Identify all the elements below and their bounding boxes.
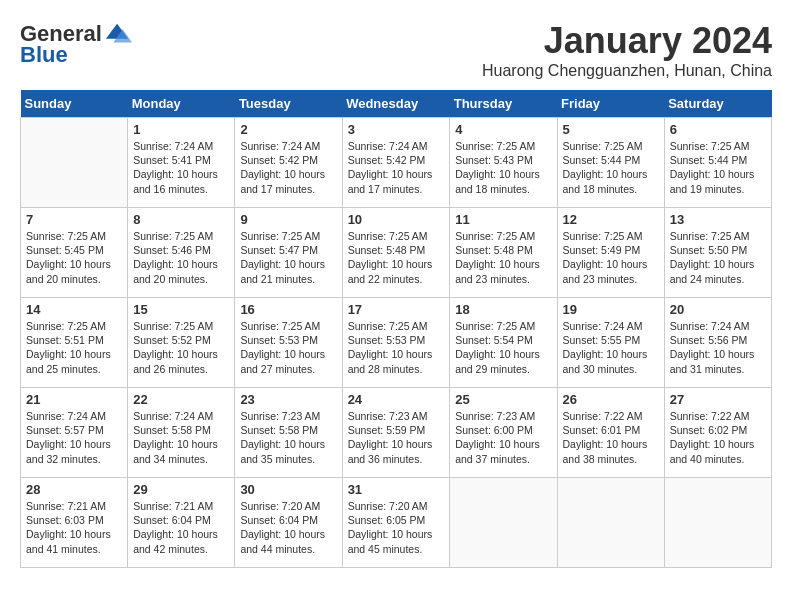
daylight-text: Daylight: 10 hours and 36 minutes. — [348, 438, 433, 464]
sunrise-text: Sunrise: 7:21 AM — [133, 500, 213, 512]
sunset-text: Sunset: 6:04 PM — [240, 514, 318, 526]
day-info: Sunrise: 7:25 AM Sunset: 5:46 PM Dayligh… — [133, 229, 229, 286]
header-wednesday: Wednesday — [342, 90, 450, 118]
day-info: Sunrise: 7:25 AM Sunset: 5:52 PM Dayligh… — [133, 319, 229, 376]
day-number: 4 — [455, 122, 551, 137]
day-number: 23 — [240, 392, 336, 407]
daylight-text: Daylight: 10 hours and 16 minutes. — [133, 168, 218, 194]
logo-blue: Blue — [20, 42, 68, 68]
table-row: 3 Sunrise: 7:24 AM Sunset: 5:42 PM Dayli… — [342, 118, 450, 208]
sunrise-text: Sunrise: 7:25 AM — [670, 140, 750, 152]
table-row: 24 Sunrise: 7:23 AM Sunset: 5:59 PM Dayl… — [342, 388, 450, 478]
sunset-text: Sunset: 5:46 PM — [133, 244, 211, 256]
table-row: 29 Sunrise: 7:21 AM Sunset: 6:04 PM Dayl… — [128, 478, 235, 568]
daylight-text: Daylight: 10 hours and 20 minutes. — [133, 258, 218, 284]
daylight-text: Daylight: 10 hours and 28 minutes. — [348, 348, 433, 374]
daylight-text: Daylight: 10 hours and 24 minutes. — [670, 258, 755, 284]
calendar-week-row: 21 Sunrise: 7:24 AM Sunset: 5:57 PM Dayl… — [21, 388, 772, 478]
sunrise-text: Sunrise: 7:25 AM — [26, 320, 106, 332]
day-info: Sunrise: 7:25 AM Sunset: 5:50 PM Dayligh… — [670, 229, 766, 286]
table-row: 7 Sunrise: 7:25 AM Sunset: 5:45 PM Dayli… — [21, 208, 128, 298]
sunrise-text: Sunrise: 7:25 AM — [240, 320, 320, 332]
daylight-text: Daylight: 10 hours and 31 minutes. — [670, 348, 755, 374]
day-info: Sunrise: 7:25 AM Sunset: 5:44 PM Dayligh… — [670, 139, 766, 196]
table-row: 14 Sunrise: 7:25 AM Sunset: 5:51 PM Dayl… — [21, 298, 128, 388]
day-info: Sunrise: 7:24 AM Sunset: 5:42 PM Dayligh… — [348, 139, 445, 196]
day-info: Sunrise: 7:25 AM Sunset: 5:47 PM Dayligh… — [240, 229, 336, 286]
day-info: Sunrise: 7:24 AM Sunset: 5:41 PM Dayligh… — [133, 139, 229, 196]
daylight-text: Daylight: 10 hours and 21 minutes. — [240, 258, 325, 284]
daylight-text: Daylight: 10 hours and 29 minutes. — [455, 348, 540, 374]
sunset-text: Sunset: 5:53 PM — [240, 334, 318, 346]
day-info: Sunrise: 7:25 AM Sunset: 5:48 PM Dayligh… — [455, 229, 551, 286]
table-row: 4 Sunrise: 7:25 AM Sunset: 5:43 PM Dayli… — [450, 118, 557, 208]
sunrise-text: Sunrise: 7:25 AM — [455, 230, 535, 242]
table-row: 18 Sunrise: 7:25 AM Sunset: 5:54 PM Dayl… — [450, 298, 557, 388]
daylight-text: Daylight: 10 hours and 35 minutes. — [240, 438, 325, 464]
sunrise-text: Sunrise: 7:25 AM — [26, 230, 106, 242]
logo-icon — [104, 20, 132, 48]
day-number: 10 — [348, 212, 445, 227]
table-row — [450, 478, 557, 568]
daylight-text: Daylight: 10 hours and 44 minutes. — [240, 528, 325, 554]
sunset-text: Sunset: 6:05 PM — [348, 514, 426, 526]
day-info: Sunrise: 7:24 AM Sunset: 5:58 PM Dayligh… — [133, 409, 229, 466]
day-number: 30 — [240, 482, 336, 497]
table-row: 26 Sunrise: 7:22 AM Sunset: 6:01 PM Dayl… — [557, 388, 664, 478]
table-row: 2 Sunrise: 7:24 AM Sunset: 5:42 PM Dayli… — [235, 118, 342, 208]
table-row: 23 Sunrise: 7:23 AM Sunset: 5:58 PM Dayl… — [235, 388, 342, 478]
day-number: 12 — [563, 212, 659, 227]
sunset-text: Sunset: 5:47 PM — [240, 244, 318, 256]
header-sunday: Sunday — [21, 90, 128, 118]
daylight-text: Daylight: 10 hours and 32 minutes. — [26, 438, 111, 464]
day-number: 9 — [240, 212, 336, 227]
day-number: 24 — [348, 392, 445, 407]
day-number: 1 — [133, 122, 229, 137]
day-info: Sunrise: 7:22 AM Sunset: 6:01 PM Dayligh… — [563, 409, 659, 466]
day-info: Sunrise: 7:25 AM Sunset: 5:53 PM Dayligh… — [348, 319, 445, 376]
day-number: 11 — [455, 212, 551, 227]
day-number: 27 — [670, 392, 766, 407]
sunrise-text: Sunrise: 7:24 AM — [133, 140, 213, 152]
sunrise-text: Sunrise: 7:25 AM — [240, 230, 320, 242]
day-number: 26 — [563, 392, 659, 407]
sunrise-text: Sunrise: 7:20 AM — [348, 500, 428, 512]
daylight-text: Daylight: 10 hours and 23 minutes. — [563, 258, 648, 284]
sunset-text: Sunset: 5:45 PM — [26, 244, 104, 256]
table-row: 25 Sunrise: 7:23 AM Sunset: 6:00 PM Dayl… — [450, 388, 557, 478]
table-row: 9 Sunrise: 7:25 AM Sunset: 5:47 PM Dayli… — [235, 208, 342, 298]
table-row — [664, 478, 771, 568]
day-number: 21 — [26, 392, 122, 407]
sunrise-text: Sunrise: 7:25 AM — [348, 230, 428, 242]
daylight-text: Daylight: 10 hours and 45 minutes. — [348, 528, 433, 554]
table-row: 22 Sunrise: 7:24 AM Sunset: 5:58 PM Dayl… — [128, 388, 235, 478]
sunset-text: Sunset: 6:04 PM — [133, 514, 211, 526]
sunset-text: Sunset: 5:52 PM — [133, 334, 211, 346]
sunrise-text: Sunrise: 7:25 AM — [670, 230, 750, 242]
sunset-text: Sunset: 5:56 PM — [670, 334, 748, 346]
header-tuesday: Tuesday — [235, 90, 342, 118]
header-monday: Monday — [128, 90, 235, 118]
daylight-text: Daylight: 10 hours and 18 minutes. — [455, 168, 540, 194]
sunset-text: Sunset: 5:53 PM — [348, 334, 426, 346]
table-row — [557, 478, 664, 568]
day-info: Sunrise: 7:21 AM Sunset: 6:03 PM Dayligh… — [26, 499, 122, 556]
day-number: 22 — [133, 392, 229, 407]
day-number: 15 — [133, 302, 229, 317]
sunrise-text: Sunrise: 7:25 AM — [455, 140, 535, 152]
daylight-text: Daylight: 10 hours and 38 minutes. — [563, 438, 648, 464]
sunrise-text: Sunrise: 7:20 AM — [240, 500, 320, 512]
daylight-text: Daylight: 10 hours and 23 minutes. — [455, 258, 540, 284]
sunset-text: Sunset: 5:44 PM — [670, 154, 748, 166]
sunrise-text: Sunrise: 7:25 AM — [133, 230, 213, 242]
sunset-text: Sunset: 5:43 PM — [455, 154, 533, 166]
daylight-text: Daylight: 10 hours and 19 minutes. — [670, 168, 755, 194]
table-row: 16 Sunrise: 7:25 AM Sunset: 5:53 PM Dayl… — [235, 298, 342, 388]
sunset-text: Sunset: 5:51 PM — [26, 334, 104, 346]
table-row: 11 Sunrise: 7:25 AM Sunset: 5:48 PM Dayl… — [450, 208, 557, 298]
sunrise-text: Sunrise: 7:25 AM — [563, 230, 643, 242]
day-number: 18 — [455, 302, 551, 317]
sunset-text: Sunset: 5:57 PM — [26, 424, 104, 436]
day-number: 28 — [26, 482, 122, 497]
sunset-text: Sunset: 5:58 PM — [240, 424, 318, 436]
